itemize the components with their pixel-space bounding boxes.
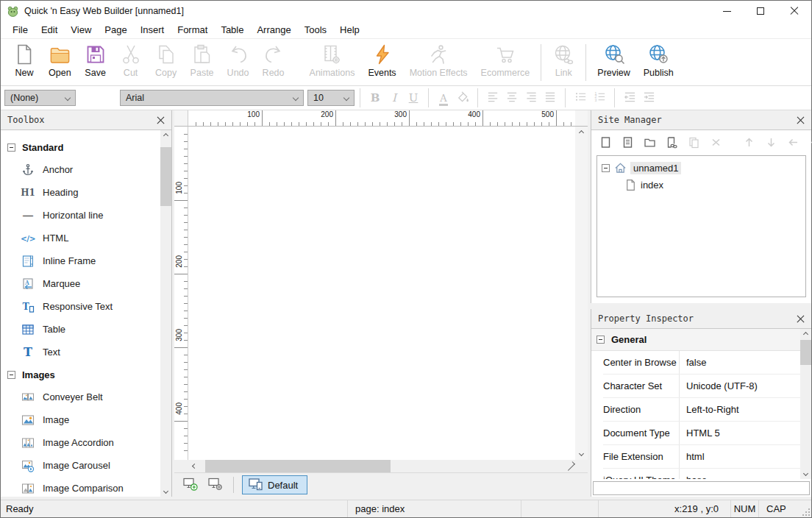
toolbox-scrollbar[interactable] bbox=[160, 130, 171, 497]
menu-item-view[interactable]: View bbox=[64, 22, 98, 38]
page-link-icon[interactable] bbox=[666, 136, 678, 149]
toolbox-section-standard[interactable]: Standard bbox=[1, 136, 160, 158]
maximize-button[interactable] bbox=[744, 1, 777, 21]
toolbar-button-animations[interactable]: Animations bbox=[303, 43, 362, 78]
close-icon[interactable] bbox=[797, 116, 805, 124]
toolbox-item-conveyer-belt[interactable]: Conveyer Belt bbox=[1, 386, 160, 408]
duplicate-page-icon[interactable] bbox=[688, 136, 700, 149]
toolbar-button-open[interactable]: Open bbox=[42, 43, 78, 78]
scroll-left-icon[interactable] bbox=[188, 460, 201, 472]
toolbar-button-motion-effects[interactable]: Motion Effects bbox=[403, 43, 474, 78]
move-right-icon[interactable] bbox=[809, 136, 812, 149]
align-right-button[interactable] bbox=[521, 89, 541, 107]
canvas-vertical-scrollbar[interactable] bbox=[575, 127, 588, 460]
toolbar-button-cut[interactable]: Cut bbox=[113, 43, 149, 78]
site-tree[interactable]: unnamed1 index bbox=[596, 155, 806, 297]
menu-item-file[interactable]: File bbox=[6, 22, 35, 38]
tree-root-row[interactable]: unnamed1 bbox=[602, 161, 801, 174]
collapse-icon[interactable] bbox=[7, 371, 15, 379]
toolbox-item-inline-frame[interactable]: Inline Frame bbox=[1, 249, 160, 272]
new-folder-icon[interactable] bbox=[644, 136, 656, 149]
property-row-document-type[interactable]: Document TypeHTML 5 bbox=[603, 422, 800, 445]
manage-breakpoints-button[interactable] bbox=[206, 477, 225, 493]
toolbox-item-text[interactable]: TText bbox=[1, 341, 160, 363]
add-breakpoint-button[interactable] bbox=[181, 477, 200, 493]
collapse-icon[interactable] bbox=[596, 336, 605, 344]
toolbox-item-image-carousel[interactable]: Image Carousel bbox=[1, 454, 160, 477]
property-value[interactable]: Left-to-Right bbox=[680, 398, 800, 421]
numbered-list-button[interactable]: 123 bbox=[590, 89, 609, 107]
toolbar-button-publish[interactable]: Publish bbox=[637, 43, 680, 78]
delete-icon[interactable] bbox=[710, 136, 722, 149]
font-combobox[interactable]: Arial bbox=[120, 90, 304, 106]
scrollbar-track[interactable] bbox=[201, 460, 563, 472]
italic-button[interactable]: I bbox=[385, 89, 404, 107]
resize-grip-icon[interactable] bbox=[802, 508, 811, 517]
toolbar-button-undo[interactable]: Undo bbox=[221, 43, 256, 78]
toolbox-item-image[interactable]: Image bbox=[1, 408, 160, 431]
property-value[interactable]: html bbox=[680, 445, 800, 468]
new-page-icon[interactable] bbox=[599, 136, 612, 149]
property-row-center-in-browse[interactable]: Center in Browsefalse bbox=[603, 351, 800, 375]
font-color-button[interactable]: A bbox=[434, 89, 453, 107]
outdent-button[interactable] bbox=[620, 89, 639, 107]
toolbar-button-ecommerce[interactable]: Ecommerce bbox=[474, 43, 537, 78]
scroll-right-icon[interactable] bbox=[563, 460, 575, 472]
scroll-up-icon[interactable] bbox=[575, 127, 588, 139]
menu-item-insert[interactable]: Insert bbox=[134, 22, 171, 38]
font-size-combobox[interactable]: 10 bbox=[307, 90, 355, 106]
scrollbar-track[interactable] bbox=[800, 340, 811, 468]
toolbox-item-image-comparison[interactable]: Image Comparison bbox=[1, 477, 160, 497]
bold-button[interactable]: B bbox=[366, 89, 385, 107]
scrollbar-track[interactable] bbox=[575, 139, 588, 447]
indent-button[interactable] bbox=[639, 89, 658, 107]
toolbar-button-paste[interactable]: Paste bbox=[184, 43, 221, 78]
breakpoint-tab-default[interactable]: Default bbox=[242, 475, 307, 494]
style-combobox[interactable]: (None) bbox=[4, 90, 76, 106]
toolbox-item-heading[interactable]: H1Heading bbox=[1, 181, 160, 204]
toolbar-button-preview[interactable]: Preview bbox=[591, 43, 636, 78]
scrollbar-thumb[interactable] bbox=[160, 147, 171, 206]
menu-item-edit[interactable]: Edit bbox=[35, 22, 64, 38]
property-scrollbar[interactable] bbox=[800, 329, 811, 479]
toolbar-button-link[interactable]: Link bbox=[546, 43, 581, 78]
toolbar-button-copy[interactable]: Copy bbox=[149, 43, 184, 78]
property-row-jquery-ui-theme[interactable]: jQuery UI Themebase bbox=[603, 469, 800, 479]
tree-child-row[interactable]: index bbox=[624, 178, 801, 191]
toolbar-button-save[interactable]: Save bbox=[78, 43, 113, 78]
property-value[interactable]: HTML 5 bbox=[680, 422, 800, 444]
scroll-up-icon[interactable] bbox=[800, 329, 811, 340]
toolbox-item-horizontal-line[interactable]: —Horizontal line bbox=[1, 204, 160, 227]
underline-button[interactable]: U bbox=[404, 89, 423, 107]
menu-item-format[interactable]: Format bbox=[171, 22, 214, 38]
align-center-button[interactable] bbox=[502, 89, 521, 107]
tree-child-label[interactable]: index bbox=[641, 180, 663, 191]
design-canvas[interactable] bbox=[188, 127, 575, 460]
menu-item-help[interactable]: Help bbox=[333, 22, 366, 38]
toolbox-section-images[interactable]: Images bbox=[1, 363, 160, 386]
property-row-file-extension[interactable]: File Extensionhtml bbox=[603, 445, 800, 469]
property-value[interactable]: Unicode (UTF-8) bbox=[680, 375, 800, 397]
collapse-icon[interactable] bbox=[602, 164, 610, 172]
menu-item-arrange[interactable]: Arrange bbox=[250, 22, 297, 38]
scrollbar-track[interactable] bbox=[160, 141, 171, 486]
toolbar-button-new[interactable]: New bbox=[7, 43, 42, 78]
property-row-direction[interactable]: DirectionLeft-to-Right bbox=[603, 398, 800, 422]
close-icon[interactable] bbox=[797, 315, 805, 323]
menu-item-tools[interactable]: Tools bbox=[298, 22, 333, 38]
page-properties-icon[interactable] bbox=[622, 136, 634, 149]
menu-item-table[interactable]: Table bbox=[214, 22, 250, 38]
property-value[interactable]: base bbox=[680, 469, 800, 479]
move-left-icon[interactable] bbox=[787, 136, 799, 149]
move-up-icon[interactable] bbox=[743, 136, 755, 149]
toolbar-button-events[interactable]: Events bbox=[361, 43, 402, 78]
toolbox-item-html[interactable]: </>HTML bbox=[1, 227, 160, 249]
collapse-icon[interactable] bbox=[7, 143, 15, 152]
scrollbar-thumb[interactable] bbox=[205, 460, 391, 472]
toolbox-item-image-accordion[interactable]: Image Accordion bbox=[1, 431, 160, 454]
toolbox-item-table[interactable]: Table bbox=[1, 318, 160, 341]
scroll-down-icon[interactable] bbox=[800, 468, 811, 479]
property-row-character-set[interactable]: Character SetUnicode (UTF-8) bbox=[603, 375, 800, 398]
fill-color-button[interactable] bbox=[453, 89, 472, 107]
toolbar-button-redo[interactable]: Redo bbox=[256, 43, 291, 78]
